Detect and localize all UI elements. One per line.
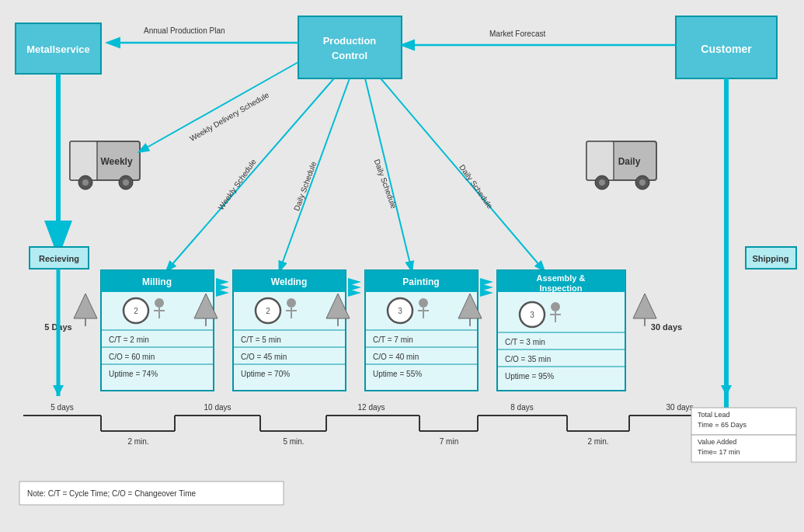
svg-text:Weekly: Weekly <box>100 156 132 167</box>
svg-marker-156 <box>53 385 64 396</box>
svg-text:5 Days: 5 Days <box>44 322 71 332</box>
svg-text:Uptime = 74%: Uptime = 74% <box>109 370 158 378</box>
svg-point-27 <box>635 176 649 190</box>
svg-marker-117 <box>633 294 656 318</box>
svg-point-26 <box>599 179 605 186</box>
svg-rect-57 <box>233 270 346 391</box>
svg-rect-23 <box>586 141 614 180</box>
svg-point-74 <box>388 298 412 323</box>
svg-line-41 <box>381 78 544 270</box>
svg-rect-86 <box>497 270 625 292</box>
svg-line-39 <box>365 78 412 270</box>
svg-rect-33 <box>746 247 796 269</box>
diagram: Metallservice Production Control Custome… <box>0 0 804 532</box>
svg-text:Shipping: Shipping <box>752 254 788 263</box>
svg-text:Time= 17 min: Time= 17 min <box>698 448 740 456</box>
svg-marker-100 <box>216 278 229 286</box>
svg-rect-71 <box>365 270 478 391</box>
svg-text:C/T = 5 min: C/T = 5 min <box>241 336 281 344</box>
svg-marker-107 <box>480 283 493 291</box>
svg-marker-158 <box>721 385 732 396</box>
svg-rect-147 <box>691 408 796 435</box>
svg-text:Recieving: Recieving <box>39 254 79 263</box>
svg-text:Daily: Daily <box>618 156 641 167</box>
svg-line-35 <box>167 78 334 270</box>
svg-text:C/O = 60 min: C/O = 60 min <box>109 353 155 361</box>
svg-text:2: 2 <box>266 307 270 315</box>
svg-text:Metallservice: Metallservice <box>26 43 90 55</box>
svg-text:C/O = 45 min: C/O = 45 min <box>241 353 287 361</box>
svg-marker-111 <box>194 294 218 318</box>
svg-text:Daily Schedule: Daily Schedule <box>373 158 399 210</box>
svg-text:Uptime = 95%: Uptime = 95% <box>505 372 554 381</box>
svg-marker-103 <box>348 278 361 286</box>
svg-point-18 <box>119 176 133 190</box>
svg-text:Note: C/T = Cycle Time; C/O = : Note: C/T = Cycle Time; C/O = Changeover… <box>27 489 197 498</box>
svg-rect-44 <box>101 270 214 292</box>
svg-text:5 days: 5 days <box>50 403 73 412</box>
svg-text:Total Lead: Total Lead <box>698 411 730 419</box>
svg-point-48 <box>155 298 164 308</box>
svg-text:C/O = 40 min: C/O = 40 min <box>373 353 419 361</box>
svg-text:Welding: Welding <box>271 276 307 287</box>
svg-text:Assembly &: Assembly & <box>537 273 586 283</box>
svg-text:7 min: 7 min <box>440 437 458 446</box>
svg-text:Daily Schedule: Daily Schedule <box>458 163 495 210</box>
svg-marker-113 <box>326 294 350 318</box>
svg-text:30 days: 30 days <box>666 403 693 412</box>
svg-marker-104 <box>348 283 361 291</box>
svg-line-20 <box>140 62 298 151</box>
svg-text:2 min.: 2 min. <box>587 437 608 446</box>
svg-point-17 <box>82 179 89 186</box>
svg-marker-106 <box>480 278 493 286</box>
svg-point-89 <box>520 302 545 327</box>
svg-text:Daily Schedule: Daily Schedule <box>292 160 318 212</box>
svg-point-60 <box>256 298 280 323</box>
svg-text:Market Forecast: Market Forecast <box>489 30 545 38</box>
svg-rect-3 <box>298 16 402 78</box>
svg-point-76 <box>419 298 428 308</box>
svg-rect-1 <box>16 23 101 74</box>
svg-marker-101 <box>216 283 229 291</box>
svg-text:30 days: 30 days <box>651 322 682 332</box>
svg-text:10 days: 10 days <box>204 403 231 412</box>
svg-rect-14 <box>70 141 97 180</box>
svg-point-46 <box>124 298 148 323</box>
svg-marker-30 <box>721 419 732 431</box>
svg-text:3: 3 <box>530 311 534 319</box>
svg-text:C/O = 35 min: C/O = 35 min <box>505 355 551 363</box>
svg-text:C/T = 2 min: C/T = 2 min <box>109 336 149 344</box>
svg-text:Uptime = 70%: Uptime = 70% <box>241 370 290 378</box>
svg-text:2 min.: 2 min. <box>127 437 148 446</box>
svg-rect-22 <box>586 141 656 180</box>
svg-marker-108 <box>480 289 493 297</box>
svg-text:Painting: Painting <box>402 276 439 287</box>
svg-rect-72 <box>365 270 478 292</box>
svg-rect-6 <box>676 16 777 78</box>
svg-rect-58 <box>233 270 346 292</box>
svg-point-19 <box>123 179 129 186</box>
svg-rect-43 <box>101 270 214 391</box>
svg-marker-115 <box>458 294 482 318</box>
svg-text:Annual Production Plan: Annual Production Plan <box>144 26 225 35</box>
svg-text:Production: Production <box>323 35 377 47</box>
svg-text:Weekly Delivery Schedule: Weekly Delivery Schedule <box>188 90 270 143</box>
svg-text:8 days: 8 days <box>510 403 533 412</box>
svg-rect-153 <box>19 482 284 505</box>
svg-marker-105 <box>348 289 361 297</box>
svg-text:3: 3 <box>398 307 402 315</box>
svg-point-91 <box>551 302 560 311</box>
svg-text:Milling: Milling <box>142 276 172 287</box>
svg-point-25 <box>595 176 609 190</box>
svg-text:12 days: 12 days <box>357 403 385 412</box>
svg-rect-85 <box>497 270 625 391</box>
svg-text:Value Added: Value Added <box>698 438 736 446</box>
svg-line-37 <box>280 78 350 270</box>
svg-text:2: 2 <box>134 307 138 315</box>
svg-text:Customer: Customer <box>701 43 752 55</box>
svg-text:Control: Control <box>332 50 367 61</box>
svg-point-28 <box>639 179 646 186</box>
svg-point-62 <box>287 298 296 308</box>
svg-text:Inspection: Inspection <box>539 283 582 293</box>
svg-rect-31 <box>30 247 89 269</box>
